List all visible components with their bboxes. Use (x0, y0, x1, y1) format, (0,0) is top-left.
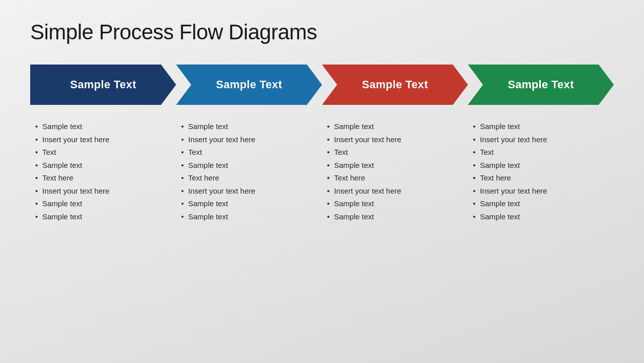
list-item: Text (327, 146, 463, 159)
bullet-list-2: Sample textInsert your text hereTextSamp… (181, 120, 317, 223)
content-column-2: Sample textInsert your text hereTextSamp… (176, 120, 322, 343)
list-item: Insert your text here (473, 133, 609, 146)
list-item: Sample text (181, 120, 317, 133)
list-item: Sample text (181, 210, 317, 223)
list-item: Insert your text here (181, 133, 317, 146)
chevron-label-step2: Sample Text (216, 78, 282, 91)
list-item: Sample text (327, 197, 463, 210)
page-title: Simple Process Flow Diagrams (30, 20, 614, 44)
list-item: Sample text (327, 120, 463, 133)
bullet-list-4: Sample textInsert your text hereTextSamp… (473, 120, 609, 223)
chevron-step3[interactable]: Sample Text (322, 65, 468, 105)
list-item: Sample text (473, 159, 609, 172)
chevron-row: Sample TextSample TextSample TextSample … (30, 65, 614, 105)
list-item: Text (181, 146, 317, 159)
list-item: Text here (327, 171, 463, 185)
list-item: Sample text (327, 159, 463, 172)
content-column-3: Sample textInsert your text hereTextSamp… (322, 120, 468, 343)
chevron-label-step3: Sample Text (362, 78, 428, 91)
bullet-list-1: Sample textInsert your text hereTextSamp… (35, 120, 171, 223)
list-item: Text here (181, 171, 317, 185)
list-item: Insert your text here (35, 133, 171, 146)
list-item: Sample text (35, 210, 171, 223)
content-row: Sample textInsert your text hereTextSamp… (30, 120, 614, 343)
content-column-4: Sample textInsert your text hereTextSamp… (468, 120, 614, 343)
list-item: Insert your text here (473, 185, 609, 198)
list-item: Sample text (473, 197, 609, 210)
list-item: Text (35, 146, 171, 159)
chevron-step4[interactable]: Sample Text (468, 65, 614, 105)
slide: Simple Process Flow Diagrams Sample Text… (0, 0, 644, 363)
list-item: Insert your text here (35, 185, 171, 198)
list-item: Sample text (35, 197, 171, 210)
list-item: Text here (35, 171, 171, 185)
list-item: Sample text (181, 197, 317, 210)
content-column-1: Sample textInsert your text hereTextSamp… (30, 120, 176, 343)
list-item: Text here (473, 171, 609, 185)
list-item: Sample text (181, 159, 317, 172)
list-item: Text (473, 146, 609, 159)
list-item: Insert your text here (181, 185, 317, 198)
chevron-step2[interactable]: Sample Text (176, 65, 322, 105)
list-item: Insert your text here (327, 185, 463, 198)
list-item: Sample text (473, 120, 609, 133)
list-item: Sample text (35, 120, 171, 133)
bullet-list-3: Sample textInsert your text hereTextSamp… (327, 120, 463, 223)
list-item: Sample text (35, 159, 171, 172)
list-item: Insert your text here (327, 133, 463, 146)
list-item: Sample text (473, 210, 609, 223)
list-item: Sample text (327, 210, 463, 223)
chevron-step1[interactable]: Sample Text (30, 65, 176, 105)
chevron-label-step4: Sample Text (508, 78, 574, 91)
chevron-label-step1: Sample Text (70, 78, 136, 91)
